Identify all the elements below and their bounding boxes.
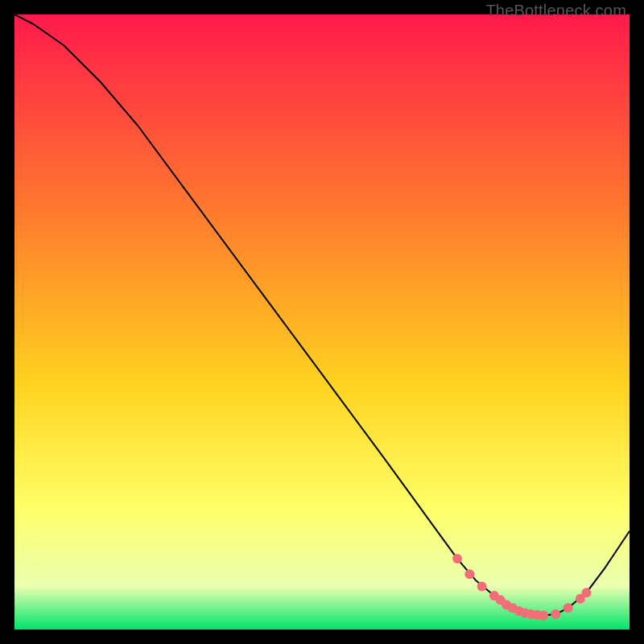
marker-dot [477,582,487,592]
marker-dot [539,610,548,620]
marker-dot [464,569,474,579]
watermark-text: TheBottleneck.com [485,2,626,20]
gradient-background [14,14,630,630]
chart-frame [14,14,630,630]
bottleneck-chart [14,14,630,630]
marker-dot [564,603,573,613]
marker-dot [582,588,592,597]
marker-dot [452,554,462,564]
marker-dot [551,609,560,619]
